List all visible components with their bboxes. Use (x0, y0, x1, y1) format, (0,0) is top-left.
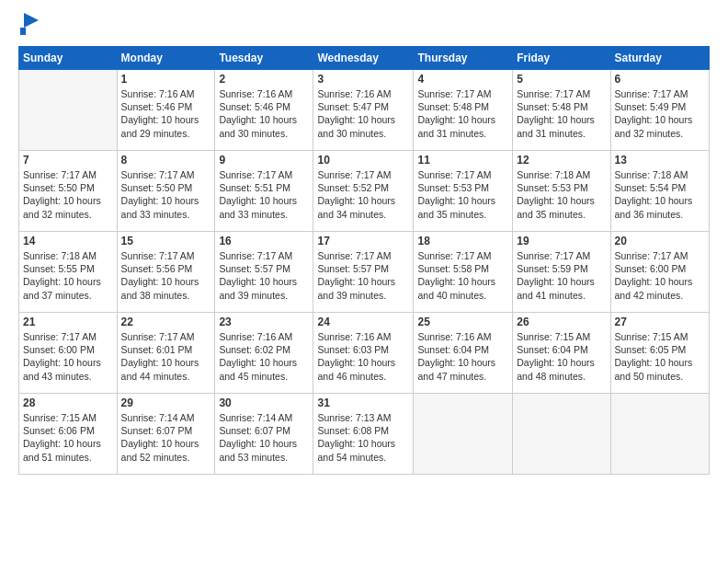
cell-content: Sunrise: 7:17 AMSunset: 5:56 PMDaylight:… (121, 249, 211, 302)
day-number: 4 (417, 73, 508, 86)
logo (18, 15, 39, 35)
day-number: 26 (517, 316, 606, 328)
day-number: 18 (417, 235, 508, 247)
cell-content: Sunrise: 7:17 AMSunset: 5:48 PMDaylight:… (517, 87, 606, 140)
calendar-week-2: 7Sunrise: 7:17 AMSunset: 5:50 PMDaylight… (19, 151, 710, 232)
day-number: 29 (121, 396, 211, 409)
calendar-week-5: 28Sunrise: 7:15 AMSunset: 6:06 PMDayligh… (19, 394, 710, 475)
day-number: 13 (615, 154, 705, 167)
day-number: 11 (417, 154, 508, 167)
cell-content: Sunrise: 7:17 AMSunset: 5:57 PMDaylight:… (219, 249, 309, 302)
day-number: 14 (23, 235, 113, 247)
calendar-week-4: 21Sunrise: 7:17 AMSunset: 6:00 PMDayligh… (19, 313, 710, 394)
cell-content: Sunrise: 7:15 AMSunset: 6:06 PMDaylight:… (23, 411, 113, 464)
svg-marker-0 (24, 13, 39, 28)
calendar-cell: 12Sunrise: 7:18 AMSunset: 5:53 PMDayligh… (513, 151, 610, 232)
day-header-friday: Friday (513, 47, 610, 70)
day-number: 8 (121, 154, 211, 167)
calendar-cell: 4Sunrise: 7:17 AMSunset: 5:48 PMDaylight… (414, 70, 513, 151)
day-number: 15 (121, 235, 211, 247)
calendar-cell (414, 394, 513, 475)
cell-content: Sunrise: 7:16 AMSunset: 5:46 PMDaylight:… (219, 87, 309, 140)
cell-content: Sunrise: 7:16 AMSunset: 5:46 PMDaylight:… (121, 87, 211, 140)
logo-icon (20, 13, 39, 35)
cell-content: Sunrise: 7:13 AMSunset: 6:08 PMDaylight:… (317, 411, 409, 464)
calendar-cell: 18Sunrise: 7:17 AMSunset: 5:58 PMDayligh… (414, 232, 513, 313)
page-container: SundayMondayTuesdayWednesdayThursdayFrid… (0, 0, 728, 484)
calendar-cell: 1Sunrise: 7:16 AMSunset: 5:46 PMDaylight… (117, 70, 215, 151)
day-number: 17 (317, 235, 409, 247)
calendar-cell: 13Sunrise: 7:18 AMSunset: 5:54 PMDayligh… (610, 151, 709, 232)
cell-content: Sunrise: 7:18 AMSunset: 5:55 PMDaylight:… (23, 249, 113, 302)
cell-content: Sunrise: 7:17 AMSunset: 5:50 PMDaylight:… (23, 168, 113, 221)
calendar-cell: 9Sunrise: 7:17 AMSunset: 5:51 PMDaylight… (215, 151, 313, 232)
day-number: 6 (615, 73, 705, 86)
calendar-cell: 17Sunrise: 7:17 AMSunset: 5:57 PMDayligh… (313, 232, 414, 313)
calendar-cell (513, 394, 610, 475)
calendar-cell: 15Sunrise: 7:17 AMSunset: 5:56 PMDayligh… (117, 232, 215, 313)
calendar-cell: 7Sunrise: 7:17 AMSunset: 5:50 PMDaylight… (19, 151, 118, 232)
day-header-monday: Monday (117, 47, 215, 70)
calendar-cell: 19Sunrise: 7:17 AMSunset: 5:59 PMDayligh… (513, 232, 610, 313)
calendar-cell: 29Sunrise: 7:14 AMSunset: 6:07 PMDayligh… (117, 394, 215, 475)
header (18, 15, 710, 35)
calendar-cell: 16Sunrise: 7:17 AMSunset: 5:57 PMDayligh… (215, 232, 313, 313)
day-number: 10 (317, 154, 409, 167)
cell-content: Sunrise: 7:18 AMSunset: 5:53 PMDaylight:… (517, 168, 606, 221)
calendar-cell: 27Sunrise: 7:15 AMSunset: 6:05 PMDayligh… (610, 313, 709, 394)
cell-content: Sunrise: 7:17 AMSunset: 6:01 PMDaylight:… (121, 330, 211, 383)
cell-content: Sunrise: 7:17 AMSunset: 6:00 PMDaylight:… (615, 249, 705, 302)
day-number: 20 (615, 235, 705, 247)
calendar-cell: 20Sunrise: 7:17 AMSunset: 6:00 PMDayligh… (610, 232, 709, 313)
day-header-tuesday: Tuesday (215, 47, 313, 70)
calendar-cell: 22Sunrise: 7:17 AMSunset: 6:01 PMDayligh… (117, 313, 215, 394)
cell-content: Sunrise: 7:14 AMSunset: 6:07 PMDaylight:… (219, 411, 309, 464)
calendar-cell: 14Sunrise: 7:18 AMSunset: 5:55 PMDayligh… (19, 232, 118, 313)
calendar-cell: 26Sunrise: 7:15 AMSunset: 6:04 PMDayligh… (513, 313, 610, 394)
day-number: 7 (23, 154, 113, 167)
cell-content: Sunrise: 7:17 AMSunset: 5:52 PMDaylight:… (317, 168, 409, 221)
day-number: 12 (517, 154, 606, 167)
cell-content: Sunrise: 7:17 AMSunset: 6:00 PMDaylight:… (23, 330, 113, 383)
calendar-cell: 8Sunrise: 7:17 AMSunset: 5:50 PMDaylight… (117, 151, 215, 232)
day-number: 23 (219, 316, 309, 328)
calendar-cell: 21Sunrise: 7:17 AMSunset: 6:00 PMDayligh… (19, 313, 118, 394)
day-number: 5 (517, 73, 606, 86)
day-header-wednesday: Wednesday (313, 47, 414, 70)
day-header-thursday: Thursday (414, 47, 513, 70)
day-number: 3 (317, 73, 409, 86)
cell-content: Sunrise: 7:14 AMSunset: 6:07 PMDaylight:… (121, 411, 211, 464)
day-number: 24 (317, 316, 409, 328)
calendar-table: SundayMondayTuesdayWednesdayThursdayFrid… (18, 46, 710, 475)
cell-content: Sunrise: 7:17 AMSunset: 5:59 PMDaylight:… (517, 249, 606, 302)
day-number: 21 (23, 316, 113, 328)
cell-content: Sunrise: 7:16 AMSunset: 6:03 PMDaylight:… (317, 330, 409, 383)
cell-content: Sunrise: 7:16 AMSunset: 5:47 PMDaylight:… (317, 87, 409, 140)
calendar-cell: 11Sunrise: 7:17 AMSunset: 5:53 PMDayligh… (414, 151, 513, 232)
day-number: 19 (517, 235, 606, 247)
day-number: 28 (23, 396, 113, 409)
calendar-week-1: 1Sunrise: 7:16 AMSunset: 5:46 PMDaylight… (19, 70, 710, 151)
calendar-cell: 25Sunrise: 7:16 AMSunset: 6:04 PMDayligh… (414, 313, 513, 394)
day-header-saturday: Saturday (610, 47, 709, 70)
calendar-week-3: 14Sunrise: 7:18 AMSunset: 5:55 PMDayligh… (19, 232, 710, 313)
day-number: 30 (219, 396, 309, 409)
cell-content: Sunrise: 7:17 AMSunset: 5:51 PMDaylight:… (219, 168, 309, 221)
calendar-cell: 3Sunrise: 7:16 AMSunset: 5:47 PMDaylight… (313, 70, 414, 151)
calendar-cell: 31Sunrise: 7:13 AMSunset: 6:08 PMDayligh… (313, 394, 414, 475)
cell-content: Sunrise: 7:17 AMSunset: 5:50 PMDaylight:… (121, 168, 211, 221)
calendar-cell: 23Sunrise: 7:16 AMSunset: 6:02 PMDayligh… (215, 313, 313, 394)
calendar-cell (19, 70, 118, 151)
day-number: 1 (121, 73, 211, 86)
calendar-cell: 30Sunrise: 7:14 AMSunset: 6:07 PMDayligh… (215, 394, 313, 475)
day-header-sunday: Sunday (19, 47, 118, 70)
day-number: 31 (317, 396, 409, 409)
calendar-header-row: SundayMondayTuesdayWednesdayThursdayFrid… (19, 47, 710, 70)
cell-content: Sunrise: 7:17 AMSunset: 5:57 PMDaylight:… (317, 249, 409, 302)
calendar-cell: 5Sunrise: 7:17 AMSunset: 5:48 PMDaylight… (513, 70, 610, 151)
day-number: 16 (219, 235, 309, 247)
day-number: 27 (615, 316, 705, 328)
day-number: 25 (417, 316, 508, 328)
calendar-cell: 6Sunrise: 7:17 AMSunset: 5:49 PMDaylight… (610, 70, 709, 151)
calendar-cell: 2Sunrise: 7:16 AMSunset: 5:46 PMDaylight… (215, 70, 313, 151)
